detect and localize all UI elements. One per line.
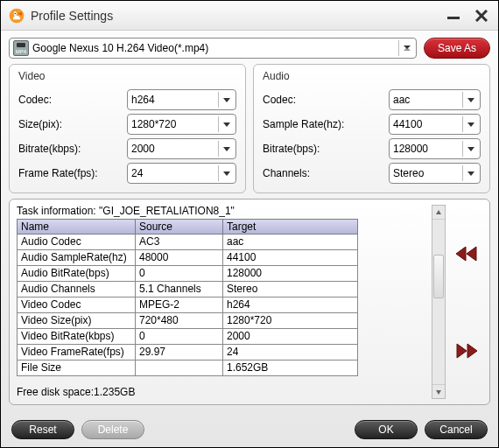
cell-source — [135, 360, 222, 376]
video-framerate-value: 24 — [131, 167, 214, 179]
free-disk-label: Free disk space:1.235GB — [17, 386, 426, 399]
ok-label: OK — [378, 424, 393, 436]
cell-source: 0 — [135, 329, 222, 345]
video-codec-value: h264 — [131, 94, 214, 106]
reset-label: Reset — [29, 424, 56, 436]
cell-source: 5.1 Channels — [135, 282, 222, 298]
col-source[interactable]: Source — [135, 219, 222, 234]
video-bitrate-value: 2000 — [131, 143, 214, 155]
video-bitrate-label: Bitrate(kbps): — [18, 143, 123, 155]
chevron-down-icon — [218, 116, 234, 132]
audio-bitrate-value: 128000 — [393, 143, 459, 155]
table-row[interactable]: Video BitRate(kbps)02000 — [17, 329, 426, 345]
footer: Reset Delete OK Cancel — [1, 412, 498, 447]
table-row[interactable]: Audio Channels5.1 ChannelsStereo — [17, 282, 426, 298]
cell-target: 44100 — [222, 250, 358, 266]
table-row[interactable]: Video Size(pix)720*4801280*720 — [17, 313, 426, 329]
cell-target: h264 — [222, 298, 358, 313]
audio-samplerate-label: Sample Rate(hz): — [263, 118, 385, 130]
audio-codec-value: aac — [393, 94, 459, 106]
cell-target: 128000 — [222, 266, 358, 282]
audio-bitrate-label: Bitrate(bps): — [263, 143, 385, 155]
video-section: Video Codec: h264 Size(pix): 1280*720 — [9, 64, 246, 193]
cell-source: 0 — [135, 266, 222, 282]
video-size-dropdown[interactable]: 1280*720 — [127, 114, 236, 135]
table-row[interactable]: Video CodecMPEG-2h264 — [17, 298, 426, 313]
cell-source: 29.97 — [135, 345, 222, 360]
cell-name: Video BitRate(kbps) — [17, 329, 135, 345]
chevron-down-icon — [462, 141, 478, 157]
task-info-title: Task information: "GI_JOE_RETALIATION8_1… — [17, 205, 426, 217]
minimize-button[interactable] — [446, 8, 461, 24]
video-bitrate-dropdown[interactable]: 2000 — [127, 138, 236, 159]
window-controls — [446, 8, 491, 24]
ok-button[interactable]: OK — [355, 420, 418, 439]
cell-name: File Size — [17, 360, 135, 376]
audio-section-title: Audio — [263, 70, 481, 82]
svg-marker-11 — [456, 247, 466, 261]
table-row[interactable]: Audio BitRate(bps)0128000 — [17, 266, 426, 282]
svg-rect-4 — [447, 17, 460, 19]
cell-name: Audio SampleRate(hz) — [17, 250, 135, 266]
cell-source: AC3 — [135, 234, 222, 250]
cell-target: 2000 — [222, 329, 358, 345]
profile-selected: Google Nexus 10 H.264 Video(*.mp4) — [32, 42, 395, 54]
cell-name: Audio Channels — [17, 282, 135, 298]
cancel-button[interactable]: Cancel — [425, 420, 488, 439]
prev-task-button[interactable] — [453, 242, 481, 265]
cell-name: Video Codec — [17, 298, 135, 313]
video-framerate-label: Frame Rate(fps): — [18, 167, 123, 179]
video-framerate-dropdown[interactable]: 24 — [127, 163, 236, 184]
audio-channels-label: Channels: — [263, 167, 385, 179]
chevron-down-icon — [462, 165, 478, 181]
cell-target: aac — [222, 234, 358, 250]
cell-source: 48000 — [135, 250, 222, 266]
audio-samplerate-dropdown[interactable]: 44100 — [389, 114, 481, 135]
reset-button[interactable]: Reset — [11, 420, 74, 439]
profile-settings-window: Profile Settings MP4 Google Nexus 10 H.2… — [0, 0, 499, 448]
scroll-track[interactable] — [432, 220, 445, 384]
table-row[interactable]: File Size1.652GB — [17, 360, 426, 376]
audio-channels-dropdown[interactable]: Stereo — [389, 163, 481, 184]
cell-name: Video FrameRate(fps) — [17, 345, 135, 360]
app-icon — [8, 7, 25, 24]
svg-point-2 — [15, 12, 17, 14]
video-codec-label: Codec: — [18, 94, 123, 106]
col-name[interactable]: Name — [17, 219, 135, 234]
col-target[interactable]: Target — [222, 219, 358, 234]
table-row[interactable]: Audio CodecAC3aac — [17, 234, 426, 250]
table-row[interactable]: Video FrameRate(fps)29.9724 — [17, 345, 426, 360]
close-button[interactable] — [474, 8, 489, 24]
task-grid-header: Name Source Target — [17, 219, 426, 234]
cell-target: 1280*720 — [222, 313, 358, 329]
cell-source: 720*480 — [135, 313, 222, 329]
audio-codec-dropdown[interactable]: aac — [389, 89, 481, 110]
audio-channels-value: Stereo — [393, 167, 459, 179]
svg-marker-14 — [467, 344, 477, 358]
save-as-button[interactable]: Save As — [424, 38, 490, 59]
cell-target: 24 — [222, 345, 358, 360]
video-codec-dropdown[interactable]: h264 — [127, 89, 236, 110]
delete-button[interactable]: Delete — [81, 420, 144, 439]
svg-marker-13 — [457, 344, 467, 358]
chevron-down-icon — [398, 40, 414, 56]
chevron-down-icon — [218, 165, 234, 181]
scroll-down-icon[interactable] — [432, 384, 445, 398]
chevron-down-icon — [218, 141, 234, 157]
cell-name: Audio BitRate(bps) — [17, 266, 135, 282]
profile-dropdown[interactable]: MP4 Google Nexus 10 H.264 Video(*.mp4) — [9, 38, 417, 59]
audio-bitrate-dropdown[interactable]: 128000 — [389, 138, 481, 159]
cell-name: Audio Codec — [17, 234, 135, 250]
next-task-button[interactable] — [453, 340, 481, 362]
chevron-down-icon — [462, 116, 478, 132]
video-size-value: 1280*720 — [131, 118, 214, 130]
video-section-title: Video — [18, 70, 236, 82]
video-size-label: Size(pix): — [18, 118, 123, 130]
titlebar: Profile Settings — [1, 1, 498, 31]
cell-target: Stereo — [222, 282, 358, 298]
vertical-scrollbar[interactable] — [432, 205, 446, 399]
table-row[interactable]: Audio SampleRate(hz)4800044100 — [17, 250, 426, 266]
scroll-thumb[interactable] — [433, 255, 444, 298]
audio-section: Audio Codec: aac Sample Rate(hz): 44100 — [253, 64, 490, 193]
scroll-up-icon[interactable] — [432, 206, 445, 220]
